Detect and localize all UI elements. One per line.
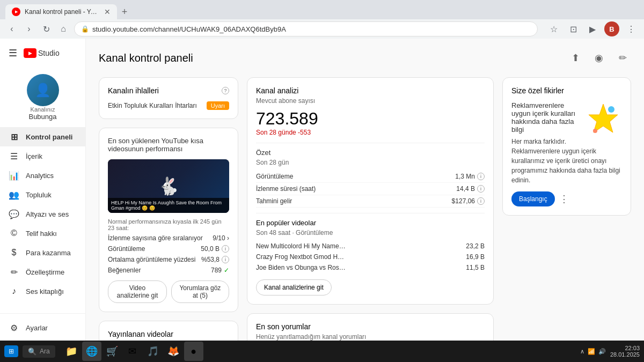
studio-text: Studio xyxy=(38,49,60,57)
customize-icon: ✏ xyxy=(9,267,19,277)
metric-value: 14,4 B i xyxy=(456,185,485,193)
sidebar-item-label: Analytics xyxy=(26,172,54,180)
new-tab-button[interactable]: + xyxy=(117,4,132,19)
bookmark-icon[interactable]: ☆ xyxy=(546,21,561,36)
taskbar-search[interactable]: 🔍 Ara xyxy=(23,345,55,358)
comments-title: En son yorumlar xyxy=(256,322,485,331)
page-title: Kanal kontrol paneli xyxy=(99,52,193,64)
ideas-text: Her marka farklıdır. Reklamverenlere uyg… xyxy=(511,137,622,185)
community-icon: 👥 xyxy=(9,189,19,200)
video-title: New Multicolord Hi My Name Is Auughh Fam… xyxy=(256,242,347,250)
star-graphic xyxy=(584,101,622,139)
edit-button[interactable]: ✏ xyxy=(614,49,631,67)
back-button[interactable]: ‹ xyxy=(5,23,18,35)
sidebar-item-dashboard[interactable]: ⊞ Kontrol paneli xyxy=(0,127,85,146)
sidebar-item-settings[interactable]: ⚙ Ayarlar xyxy=(0,318,85,337)
tab-close-button[interactable]: ✕ xyxy=(104,8,111,16)
menu-button[interactable]: ⋮ xyxy=(624,21,639,36)
upload-button[interactable]: ⬆ xyxy=(567,49,584,67)
tab-favicon xyxy=(12,8,20,16)
video-title: Crazy Frog Nextbot Gmod Horde! xyxy=(256,253,347,261)
taskbar-app-explorer[interactable]: 📁 xyxy=(62,342,81,361)
check-icon: ✓ xyxy=(224,267,229,274)
metric-name: Tahmini gelir xyxy=(256,197,292,205)
ideas-more-button[interactable]: ⋮ xyxy=(559,193,569,205)
taskbar-icons: ∧ 📶 🔊 xyxy=(580,348,606,355)
search-text: Ara xyxy=(40,348,50,355)
search-icon: 🔍 xyxy=(28,348,36,356)
taskbar-app-store[interactable]: 🛒 xyxy=(103,342,122,361)
home-button[interactable]: ⌂ xyxy=(57,23,70,35)
stat-value: 50,0 B i xyxy=(201,245,229,253)
sidebar-item-audiolib[interactable]: ♪ Ses kitaplığı xyxy=(0,282,85,301)
taskbar-volume-icon[interactable]: 🔊 xyxy=(598,348,606,355)
yt-icon[interactable]: ▶ xyxy=(585,21,600,36)
info-icon: i xyxy=(222,256,229,263)
taskbar-app-media[interactable]: 🎵 xyxy=(143,342,163,361)
metric-row: İzlenme süresi (saat) 14,4 B i xyxy=(256,183,485,195)
taskbar-app-chrome[interactable]: ● xyxy=(184,342,203,361)
violations-header: Kanalın ihlalleri ? xyxy=(108,86,229,95)
stat-row: Beğenenler 789 ✓ xyxy=(108,267,229,274)
lock-icon: 🔒 xyxy=(81,25,89,33)
sidebar-item-label: Para kazanma xyxy=(26,249,71,257)
ideas-body-container: Reklamverenlere uygun içerik kuralları h… xyxy=(511,101,622,185)
metric-row: Görüntüleme 1,3 Mn i xyxy=(256,171,485,183)
sidebar-item-community[interactable]: 👥 Topluluk xyxy=(0,185,85,204)
extensions-icon[interactable]: ⊡ xyxy=(566,21,581,36)
violations-text: Etkin Topluluk Kuralları İhtarları xyxy=(108,102,197,109)
profile-button[interactable]: B xyxy=(604,21,619,36)
subscribers-change: Son 28 günde -553 xyxy=(256,129,485,136)
active-tab[interactable]: Kanal kontrol paneli - YouTub… ✕ xyxy=(5,4,117,19)
taskbar-up-icon[interactable]: ∧ xyxy=(580,348,584,355)
hamburger-menu[interactable]: ☰ xyxy=(9,47,17,59)
sidebar-item-analytics[interactable]: 📊 Analytics xyxy=(0,166,85,185)
sidebar-item-copyright[interactable]: © Telif hakkı xyxy=(0,224,85,243)
video-row: Crazy Frog Nextbot Gmod Horde! 16,9 B xyxy=(256,252,485,262)
perf-stats: İzlenme sayısına göre sıralanıyor 9/10 ›… xyxy=(108,234,229,274)
sidebar-item-label: İçerik xyxy=(26,152,42,160)
taskbar-right: ∧ 📶 🔊 22:03 28.01.2025 xyxy=(580,345,640,358)
summary-period: Son 28 gün xyxy=(256,159,485,166)
copyright-icon: © xyxy=(9,228,19,239)
sidebar-item-content[interactable]: ☰ İçerik xyxy=(0,146,85,166)
violations-card: Kanalın ihlalleri ? Etkin Topluluk Kural… xyxy=(99,77,238,119)
forward-button[interactable]: › xyxy=(23,23,35,35)
channel-analytics-button[interactable]: Kanal analizlerine git xyxy=(256,279,332,295)
taskbar-network-icon: 📶 xyxy=(588,348,595,355)
ideas-start-button[interactable]: Başlangıç xyxy=(511,191,555,206)
taskbar-app-mail[interactable]: ✉ xyxy=(123,342,142,361)
taskbar-apps: 📁 🌐 🛒 ✉ 🎵 🦊 ● xyxy=(62,342,203,361)
video-analytics-button[interactable]: Video analizlerine git xyxy=(108,280,167,303)
date-display: 28.01.2025 xyxy=(610,351,640,358)
content-icon: ☰ xyxy=(9,151,19,161)
published-title: Yayınlanan videolar xyxy=(108,330,229,338)
sidebar-item-customize[interactable]: ✏ Özelleştirme xyxy=(0,262,85,282)
sidebar-item-subtitles[interactable]: 💬 Altyazı ve ses xyxy=(0,204,85,224)
ideas-visual xyxy=(584,101,622,141)
live-button[interactable]: ◉ xyxy=(590,49,608,67)
popular-title: En popüler videolar xyxy=(256,219,485,227)
stat-row: İzlenme sayısına göre sıralanıyor 9/10 › xyxy=(108,234,229,242)
taskbar: ⊞ 🔍 Ara 📁 🌐 🛒 ✉ 🎵 🦊 ● ∧ 📶 🔊 22:03 28.01.… xyxy=(0,341,644,362)
info-icon: i xyxy=(477,173,485,180)
ideas-actions: Başlangıç ⋮ xyxy=(511,191,622,206)
main-content: Kanal kontrol paneli ⬆ ◉ ✏ Kanalın ihlal… xyxy=(86,39,644,362)
yt-icon xyxy=(24,48,36,58)
start-button[interactable]: ⊞ xyxy=(4,345,18,357)
taskbar-app-firefox[interactable]: 🦊 xyxy=(164,342,183,361)
video-thumbnail: 🐇 HELP Hi My Name Is Auughh Save the Roo… xyxy=(108,159,229,213)
reload-button[interactable]: ↻ xyxy=(40,23,53,35)
comments-button[interactable]: Yorumlara göz at (5) xyxy=(171,280,229,303)
metric-row: Tahmini gelir $127,06 i xyxy=(256,195,485,208)
address-bar[interactable]: 🔒 studio.youtube.com/channel/UCHuWAK9_06… xyxy=(74,21,538,36)
stat-row: Görüntüleme 50,0 B i xyxy=(108,245,229,253)
violations-help-icon[interactable]: ? xyxy=(222,87,229,94)
sidebar-item-monetize[interactable]: $ Para kazanma xyxy=(0,243,85,262)
sidebar-item-label: Ses kitaplığı xyxy=(26,287,64,295)
taskbar-app-browser[interactable]: 🌐 xyxy=(82,342,101,361)
svg-point-1 xyxy=(608,106,614,113)
stat-row: Ortalama görüntüleme yüzdesi %53,8 i xyxy=(108,256,229,263)
stat-name: Görüntüleme xyxy=(108,245,145,253)
column-1: Kanalın ihlalleri ? Etkin Topluluk Kural… xyxy=(99,77,238,362)
